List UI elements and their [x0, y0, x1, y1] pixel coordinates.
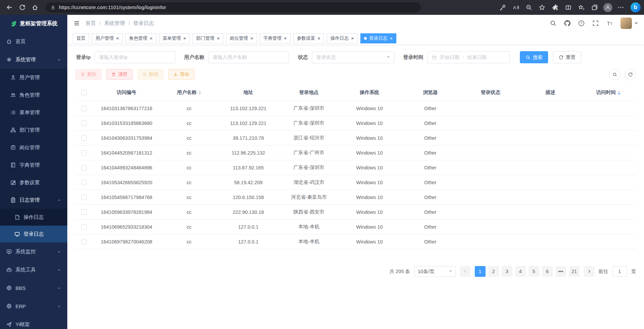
browser-back-button[interactable]: [3, 1, 15, 13]
browser-home-button[interactable]: [29, 1, 41, 13]
tab[interactable]: 部门管理 ×: [192, 33, 223, 43]
browser-profile-icon[interactable]: [602, 1, 614, 13]
row-checkbox[interactable]: [81, 224, 87, 230]
column-visit-time[interactable]: 访问时间: [581, 84, 636, 101]
login-ip-input[interactable]: [95, 51, 175, 63]
close-icon[interactable]: ×: [250, 36, 253, 41]
close-icon[interactable]: ×: [284, 36, 287, 41]
tab[interactable]: 参数设置 ×: [293, 33, 324, 43]
table-row[interactable]: 1641054566717984768 cc 120.6.150.158 河北省…: [75, 190, 636, 205]
sidebar-item-roles[interactable]: 角色管理: [0, 86, 67, 104]
sidebar-item-menus[interactable]: 菜单管理: [0, 104, 67, 121]
font-size-icon[interactable]: TT: [606, 20, 613, 27]
close-icon[interactable]: ×: [351, 36, 354, 41]
close-icon[interactable]: ×: [150, 36, 153, 41]
sidebar-item-dictionary[interactable]: 字典管理: [0, 156, 67, 174]
sidebar-item-erp[interactable]: ERP: [0, 297, 67, 315]
tab[interactable]: 首页 ×: [73, 33, 89, 43]
breadcrumb-home[interactable]: 首页: [85, 20, 96, 27]
sidebar-item-bbs[interactable]: BBS: [0, 279, 67, 297]
close-icon[interactable]: ×: [183, 36, 186, 41]
sidebar-item-log-management[interactable]: 日志管理: [0, 191, 67, 209]
next-page-button[interactable]: [584, 266, 595, 277]
key-icon[interactable]: [497, 1, 509, 13]
row-checkbox[interactable]: [81, 135, 87, 141]
export-button[interactable]: 导出: [168, 69, 194, 80]
table-row[interactable]: 1641044520567181312 cc 112.96.225.132 广东…: [75, 145, 636, 160]
collections-icon[interactable]: [588, 1, 601, 13]
sidebar-item-login-log[interactable]: 登录日志: [0, 226, 67, 242]
sidebar-item-yi-framework[interactable]: Yi框架: [0, 315, 67, 329]
page-number-button[interactable]: 6: [542, 266, 553, 277]
zoom-out-icon[interactable]: [523, 1, 535, 13]
unlock-button[interactable]: 解锁: [137, 69, 164, 80]
page-number-button[interactable]: •••: [556, 266, 566, 277]
row-checkbox[interactable]: [81, 239, 87, 244]
sidebar-item-home[interactable]: 首页: [0, 32, 67, 51]
delete-button[interactable]: 删除: [75, 69, 102, 80]
github-icon[interactable]: [564, 20, 571, 27]
date-range-picker[interactable]: 开始日期 - 结束日期: [427, 51, 510, 63]
browser-menu-icon[interactable]: [615, 1, 627, 13]
row-checkbox[interactable]: [81, 121, 87, 126]
status-select[interactable]: 登录状态: [312, 51, 394, 63]
page-number-button[interactable]: 4: [515, 266, 526, 277]
help-icon[interactable]: ?: [578, 20, 585, 27]
table-row[interactable]: 1641069798270046208 cc 127.0.0.1 本地-本机 W…: [75, 234, 636, 249]
read-aloud-icon[interactable]: A: [510, 1, 522, 13]
breadcrumb-system[interactable]: 系统管理: [104, 20, 125, 27]
sidebar-item-parameters[interactable]: 参数设置: [0, 174, 67, 191]
table-row[interactable]: 1641053426655825920 cc 58.19.42.209 湖北省-…: [75, 175, 636, 190]
page-number-button[interactable]: 3: [502, 266, 512, 277]
address-bar[interactable]: https://ccnetcore.com:1101/system/log/lo…: [46, 2, 421, 12]
user-menu[interactable]: [620, 18, 638, 29]
row-checkbox[interactable]: [81, 165, 87, 170]
close-icon[interactable]: ×: [116, 36, 119, 41]
page-number-button[interactable]: 1: [475, 266, 486, 277]
select-all-checkbox[interactable]: [81, 90, 87, 95]
close-icon[interactable]: ×: [318, 36, 321, 41]
row-checkbox[interactable]: [81, 180, 87, 185]
row-checkbox[interactable]: [81, 195, 87, 200]
split-screen-icon[interactable]: [562, 1, 574, 13]
row-checkbox[interactable]: [81, 106, 87, 111]
tab[interactable]: 用户管理 ×: [92, 33, 123, 43]
page-number-button[interactable]: 2: [488, 266, 499, 277]
tab[interactable]: 操作日志 ×: [327, 33, 358, 43]
tab[interactable]: 登录日志 ×: [360, 33, 396, 43]
tab[interactable]: 菜单管理 ×: [159, 33, 190, 43]
search-icon[interactable]: [550, 20, 557, 27]
prev-page-button[interactable]: [460, 266, 471, 277]
sidebar-item-departments[interactable]: 部门管理: [0, 121, 67, 139]
sort-icon[interactable]: [618, 91, 620, 95]
sidebar-item-tools[interactable]: 系统工具: [0, 261, 67, 279]
sidebar-toggle-icon[interactable]: [73, 20, 80, 27]
reset-button[interactable]: 重置: [553, 51, 581, 63]
sidebar-item-system[interactable]: 系统管理: [0, 51, 67, 69]
jump-page-input[interactable]: [612, 266, 627, 277]
sidebar-item-monitoring[interactable]: 系统监控: [0, 242, 67, 261]
page-number-button[interactable]: 21: [569, 266, 580, 277]
tab[interactable]: 字典管理 ×: [260, 33, 291, 43]
username-input[interactable]: [208, 51, 289, 63]
sidebar-item-operation-log[interactable]: 操作日志: [0, 209, 67, 226]
table-row[interactable]: 1641044993248464896 cc 113.87.92.165 广东省…: [75, 160, 636, 175]
search-button[interactable]: 搜索: [520, 51, 548, 63]
table-row[interactable]: 1641031367863177216 cc 113.102.129.221 广…: [75, 101, 636, 116]
sidebar-item-users[interactable]: 用户管理: [0, 69, 67, 86]
favorites-add-icon[interactable]: [536, 1, 548, 13]
page-size-select[interactable]: 10条/页: [414, 266, 456, 277]
sidebar-item-posts[interactable]: 岗位管理: [0, 139, 67, 156]
browser-refresh-button[interactable]: [16, 1, 28, 13]
row-checkbox[interactable]: [81, 150, 87, 156]
toggle-search-button[interactable]: [609, 69, 620, 80]
sort-icon[interactable]: [199, 91, 201, 95]
table-row[interactable]: 1641043063331753984 cc 39.171.210.78 浙江省…: [75, 131, 636, 145]
close-icon[interactable]: ×: [390, 36, 393, 41]
table-row[interactable]: 1641031533185863680 cc 113.102.129.221 广…: [75, 116, 636, 131]
fullscreen-icon[interactable]: [592, 20, 599, 27]
tab[interactable]: 角色管理 ×: [126, 33, 156, 43]
tab[interactable]: 岗位管理 ×: [226, 33, 257, 43]
table-row[interactable]: 1641059633978281984 cc 222.90.130.18 陕西省…: [75, 205, 636, 220]
favorites-icon[interactable]: [575, 1, 587, 13]
